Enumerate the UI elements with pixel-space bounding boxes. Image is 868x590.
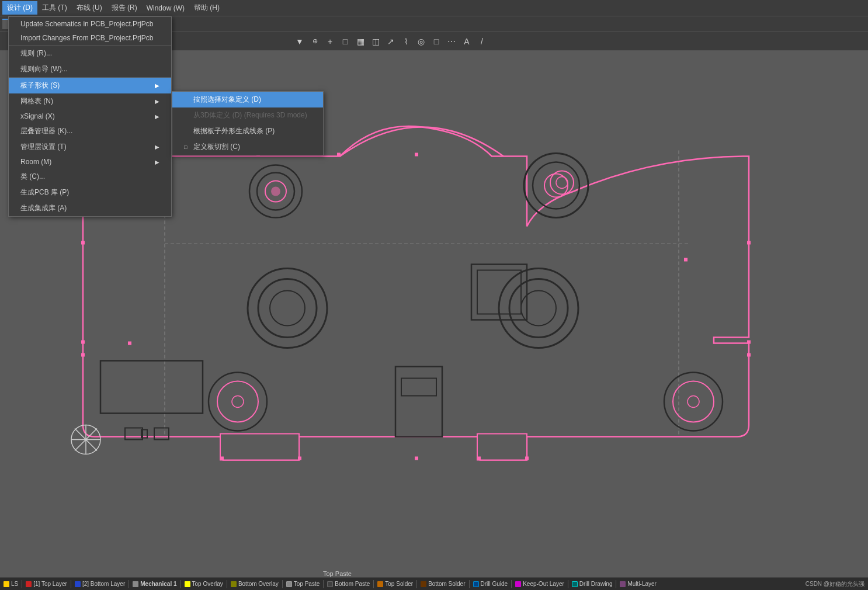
svg-rect-34: [415, 153, 418, 157]
dropdown-layer-stack[interactable]: 层叠管理器 (K)...: [9, 123, 171, 139]
status-bottom-layer[interactable]: [2] Bottom Layer: [75, 581, 125, 587]
toolbar-target[interactable]: ◎: [414, 34, 428, 48]
toolbar-line[interactable]: /: [475, 34, 489, 48]
dropdown-gen-int-lib[interactable]: 生成集成库 (A): [9, 200, 171, 216]
status-bar: LS [1] Top Layer [2] Bottom Layer Mechan…: [0, 577, 868, 590]
svg-point-16: [271, 187, 280, 196]
status-keepout[interactable]: Keep-Out Layer: [515, 581, 564, 587]
toolbar-box[interactable]: □: [429, 34, 443, 48]
menu-item-route[interactable]: 布线 (U): [72, 1, 107, 15]
dropdown-update-sch[interactable]: Update Schematics in PCB_Project.PrjPcb: [9, 17, 171, 31]
menu-item-help[interactable]: 帮助 (H): [189, 1, 224, 15]
dropdown-rules-wizard[interactable]: 规则向导 (W)...: [9, 61, 171, 77]
submenu-define-by-3d: 从3D体定义 (D) (Requires 3D mode): [172, 107, 323, 123]
dropdown-rules[interactable]: 规则 (R)...: [9, 45, 171, 61]
svg-rect-31: [477, 434, 527, 460]
toolbar-wave[interactable]: ⌇: [399, 34, 413, 48]
status-ls[interactable]: LS: [4, 581, 18, 587]
dropdown-xsignal[interactable]: xSignal (X) ▶: [9, 109, 171, 123]
svg-rect-39: [525, 457, 529, 460]
toolbar-split[interactable]: ◫: [369, 34, 383, 48]
svg-rect-37: [415, 457, 418, 460]
submenu-define-by-sel[interactable]: 按照选择对象定义 (D): [172, 92, 323, 107]
toolbar-grid[interactable]: ▦: [353, 34, 367, 48]
submenu-define-cutout[interactable]: □ 定义板切割 (C): [172, 139, 323, 155]
menu-item-tools[interactable]: 工具 (T): [37, 1, 72, 15]
status-mechanical[interactable]: Mechanical 1: [133, 581, 176, 587]
boardshape-submenu: 按照选择对象定义 (D) 从3D体定义 (D) (Requires 3D mod…: [172, 91, 324, 155]
menu-item-report[interactable]: 报告 (R): [107, 1, 142, 15]
svg-rect-30: [220, 434, 299, 460]
svg-rect-41: [81, 341, 85, 344]
toolbar-route[interactable]: ⊕: [308, 34, 322, 48]
dropdown-classes[interactable]: 类 (C)...: [9, 169, 171, 185]
dropdown-board-shape[interactable]: 板子形状 (S) ▶: [9, 77, 171, 93]
svg-rect-43: [747, 241, 751, 245]
dropdown-grid[interactable]: 网格表 (N) ▶: [9, 93, 171, 109]
svg-rect-46: [128, 342, 131, 345]
status-top-paste[interactable]: Top Paste: [286, 581, 320, 587]
status-multi-layer[interactable]: Multi-Layer: [620, 581, 656, 587]
status-drill-guide[interactable]: Drill Guide: [473, 581, 508, 587]
status-top-solder[interactable]: Top Solder: [377, 581, 413, 587]
submenu-gen-lines[interactable]: 根据板子外形生成线条 (P): [172, 123, 323, 139]
toolbar-filter[interactable]: ▼: [293, 34, 307, 48]
csdn-watermark: CSDN @好稳的光头强: [805, 580, 864, 588]
status-top-layer[interactable]: [1] Top Layer: [26, 581, 67, 587]
toolbar-rect[interactable]: □: [338, 34, 352, 48]
design-dropdown: Update Schematics in PCB_Project.PrjPcb …: [8, 16, 172, 217]
status-bottom-paste[interactable]: Bottom Paste: [327, 581, 370, 587]
toolbar-add[interactable]: +: [323, 34, 337, 48]
svg-rect-42: [81, 353, 85, 357]
svg-rect-36: [298, 457, 301, 460]
top-paste-floating-label: Top Paste: [323, 570, 352, 577]
status-bottom-solder[interactable]: Bottom Solder: [421, 581, 465, 587]
svg-rect-35: [220, 457, 224, 460]
toolbar-arrow[interactable]: ↗: [384, 34, 398, 48]
menu-item-design[interactable]: 设计 (D): [2, 1, 37, 15]
menu-item-window[interactable]: Window (W): [142, 2, 189, 14]
dropdown-room[interactable]: Room (M) ▶: [9, 155, 171, 169]
dropdown-gen-pcb-lib[interactable]: 生成PCB 库 (P): [9, 185, 171, 200]
toolbar-dots[interactable]: ⋯: [445, 34, 459, 48]
svg-rect-40: [81, 241, 85, 245]
svg-rect-44: [747, 341, 751, 344]
dropdown-import[interactable]: Import Changes From PCB_Project.PrjPcb: [9, 31, 171, 45]
menu-bar: 设计 (D) 工具 (T) 布线 (U) 报告 (R) Window (W) 帮…: [0, 0, 868, 16]
svg-rect-45: [747, 353, 751, 357]
dropdown-manage-layers[interactable]: 管理层设置 (T) ▶: [9, 139, 171, 155]
status-drill-drawing[interactable]: Drill Drawing: [572, 581, 613, 587]
svg-rect-38: [477, 457, 481, 460]
svg-rect-47: [684, 258, 688, 262]
status-bottom-overlay[interactable]: Bottom Overlay: [231, 581, 279, 587]
status-top-overlay[interactable]: Top Overlay: [185, 581, 223, 587]
toolbar-text[interactable]: A: [460, 34, 474, 48]
